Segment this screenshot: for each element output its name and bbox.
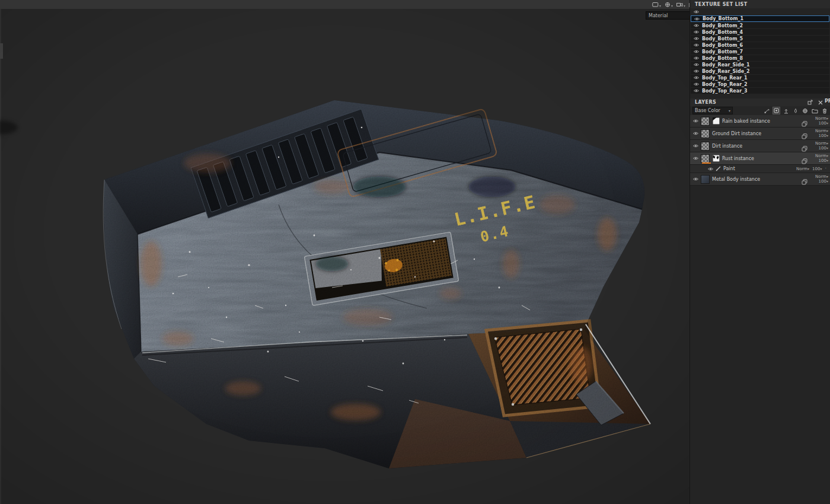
eye-icon[interactable] (693, 157, 698, 160)
channel-dropdown[interactable]: Base Color ▾ (692, 107, 733, 114)
chevron-down-icon: ▾ (826, 146, 828, 150)
chevron-down-icon: ▾ (671, 4, 673, 8)
import-resource-icon[interactable] (783, 108, 789, 114)
layer-name: Metal Body instance (712, 177, 760, 182)
texture-set-label: Body_Bottom_1 (703, 16, 743, 21)
layer-row[interactable]: Metal Body instance Norm▾ 100▾ (690, 173, 830, 186)
layer-thumbnail[interactable] (701, 117, 710, 126)
texture-set-row[interactable]: Body_Bottom_8 (691, 55, 829, 61)
brush-icon (716, 166, 721, 171)
layer-row[interactable]: Dirt instance Norm▾ 100▾ (690, 140, 830, 152)
chevron-down-icon: ▾ (826, 154, 828, 158)
chevron-down-icon: ▾ (826, 179, 828, 183)
eye-icon[interactable] (694, 17, 700, 21)
layer-row-selected[interactable]: Rust instance Norm▾ 100▾ (690, 152, 830, 165)
eye-icon[interactable] (694, 50, 699, 53)
texture-set-row[interactable]: Body_Rear_Side_2 (691, 68, 829, 74)
layer-name: Dirt instance (712, 143, 742, 149)
add-folder-icon[interactable] (812, 108, 818, 114)
layer-mask-thumbnail[interactable] (713, 117, 720, 125)
eye-icon[interactable] (694, 37, 699, 40)
layer-row[interactable]: Ground Dirt instance Norm▾ 100▾ (690, 127, 830, 140)
texture-set-row[interactable]: Body_Top_Rear_3 (691, 88, 829, 94)
paint-blend-mode[interactable]: Norm (796, 167, 807, 171)
texture-set-label: Body_Rear_Side_2 (702, 69, 750, 74)
environment-icon[interactable]: ▾ (665, 2, 673, 8)
layer-mask-thumbnail[interactable] (713, 155, 720, 162)
close-panel-icon[interactable] (818, 100, 823, 105)
eye-icon[interactable] (694, 63, 699, 66)
chevron-down-icon: ▾ (807, 167, 809, 171)
collapsed-properties-tab[interactable]: PR (824, 98, 830, 106)
texture-set-row[interactable]: Body_Bottom_7 (691, 49, 829, 55)
eye-icon[interactable] (693, 132, 698, 135)
texture-set-label: Body_Bottom_6 (702, 43, 743, 48)
layer-blend-mode[interactable]: Norm (815, 154, 826, 158)
layer-blend-mode[interactable]: Norm (815, 116, 826, 121)
texture-set-label: Body_Top_Rear_1 (702, 75, 748, 81)
add-fill-icon[interactable] (793, 108, 799, 114)
drag-handle-icon[interactable]: · (825, 166, 826, 171)
texture-set-global-visibility[interactable] (690, 8, 830, 15)
eye-icon[interactable] (694, 43, 699, 47)
texture-set-label: Body_Bottom_4 (702, 30, 743, 35)
texture-set-row[interactable]: Body_Bottom_2 (691, 23, 829, 28)
paint-effect-row[interactable]: Paint Norm▾ 100▾ · (690, 165, 830, 173)
selected-layer-indicator (702, 162, 711, 164)
model-3d-hull[interactable]: L.I.F.E 0.4 (0, 9, 689, 504)
eye-icon[interactable] (694, 89, 699, 92)
eye-icon[interactable] (694, 56, 699, 60)
layer-opacity[interactable]: 100 (819, 179, 826, 184)
add-effect-icon[interactable] (764, 108, 770, 114)
eye-icon[interactable] (694, 82, 699, 86)
chevron-down-icon: ▾ (729, 109, 730, 113)
layer-opacity[interactable]: 100 (819, 133, 826, 138)
texture-set-row[interactable]: Body_Rear_Side_1 (691, 62, 829, 68)
texture-set-label: Body_Top_Rear_3 (702, 88, 748, 94)
texture-set-row[interactable]: Body_Top_Rear_2 (691, 81, 829, 87)
texture-set-label: Body_Top_Rear_2 (702, 82, 748, 87)
viewport-3d[interactable]: L.I.F.E 0.4 (0, 9, 689, 504)
layer-opacity[interactable]: 100 (819, 146, 826, 151)
layer-thumbnail[interactable] (701, 175, 710, 184)
eye-icon[interactable] (694, 69, 699, 73)
layer-thumbnail[interactable] (701, 129, 710, 138)
delete-icon[interactable] (822, 108, 828, 114)
eye-icon[interactable] (694, 30, 699, 34)
layer-opacity[interactable]: 100 (819, 121, 826, 126)
undock-panel-icon[interactable] (807, 100, 813, 105)
viewport-mode-dropdown[interactable]: Material ▾ (646, 11, 689, 20)
eye-icon[interactable] (693, 177, 698, 181)
layers-list: Rain baked instance Norm▾ 100▾ Ground Di… (690, 115, 830, 186)
layer-blend-mode[interactable]: Norm (815, 129, 826, 133)
texture-set-row[interactable]: Body_Bottom_4 (691, 29, 829, 35)
eye-icon[interactable] (693, 144, 698, 148)
add-layer-icon[interactable] (773, 107, 780, 114)
texture-set-row[interactable]: Body_Bottom_5 (691, 36, 829, 42)
texture-set-label: Body_Bottom_7 (702, 49, 743, 55)
layer-name: Ground Dirt instance (712, 131, 761, 136)
chevron-down-icon: ▾ (826, 116, 828, 120)
chevron-down-icon: ▾ (826, 141, 828, 145)
display-settings-icon[interactable]: ▾ (652, 2, 661, 8)
eye-icon[interactable] (694, 76, 699, 79)
add-smart-material-icon[interactable] (802, 108, 808, 114)
texture-set-list: Body_Bottom_1 Body_Bottom_2 Body_Bottom_… (690, 15, 830, 94)
eye-icon[interactable] (693, 119, 698, 123)
eye-icon[interactable] (694, 24, 699, 27)
substance-painter-window: ▾ ▾ ▾ (0, 0, 830, 504)
layer-row[interactable]: Rain baked instance Norm▾ 100▾ (690, 115, 830, 127)
layer-blend-mode[interactable]: Norm (815, 174, 826, 179)
camera-icon[interactable]: ▾ (676, 2, 685, 8)
texture-set-row[interactable]: Body_Top_Rear_1 (691, 75, 829, 81)
layers-panel-header: LAYERS (690, 98, 830, 106)
layer-thumbnail[interactable] (701, 142, 710, 151)
paint-opacity[interactable]: 100 (812, 167, 820, 171)
layer-blend-mode[interactable]: Norm (815, 141, 826, 146)
layer-opacity[interactable]: 100 (819, 158, 826, 163)
layer-thumbnail[interactable] (701, 154, 710, 163)
texture-set-row[interactable]: Body_Bottom_6 (691, 42, 829, 48)
eye-icon[interactable] (708, 167, 713, 171)
texture-set-row[interactable]: Body_Bottom_1 (691, 15, 829, 22)
viewport-mode-value: Material (649, 13, 668, 18)
